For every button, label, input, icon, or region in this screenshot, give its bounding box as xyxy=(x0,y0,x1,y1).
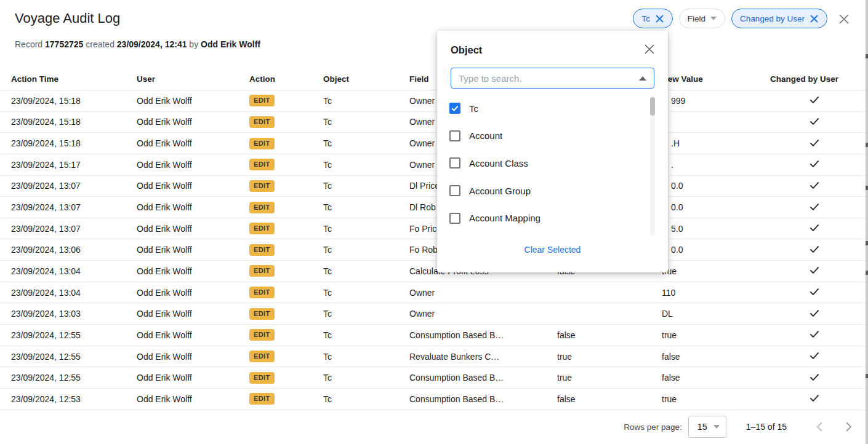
cell-new-value: false xyxy=(651,352,760,362)
edit-badge: EDIT xyxy=(249,393,275,405)
scrollbar-thumb[interactable] xyxy=(650,97,655,116)
cell-action-time: 23/09/2024, 13:07 xyxy=(0,202,126,212)
edit-badge: EDIT xyxy=(249,223,275,234)
collapse-arrow-icon[interactable] xyxy=(639,76,646,81)
cell-old-value: true xyxy=(546,352,651,362)
clear-selected-button[interactable]: Clear Selected xyxy=(437,245,668,255)
cell-changed-by-user xyxy=(760,115,868,129)
cell-object: Tc xyxy=(312,181,398,191)
cell-object: Tc xyxy=(312,96,398,106)
record-prefix: Record xyxy=(15,39,42,49)
chevron-down-icon[interactable] xyxy=(710,17,717,20)
edit-badge: EDIT xyxy=(249,329,275,341)
cell-action-time: 23/09/2024, 13:07 xyxy=(0,181,126,191)
cell-old-value: false xyxy=(546,330,651,340)
cell-changed-by-user xyxy=(760,221,868,236)
cell-user: Odd Erik Wolff xyxy=(126,288,238,298)
cell-changed-by-user xyxy=(760,93,868,108)
cell-action-time: 23/09/2024, 12:53 xyxy=(0,394,126,404)
cell-object: Tc xyxy=(312,245,398,255)
cell-action-time: 23/09/2024, 15:18 xyxy=(0,138,126,148)
cell-new-value: true xyxy=(651,394,760,404)
header-bar: Voyage Audit Log TcFieldChanged by User xyxy=(0,0,868,34)
cell-user: Odd Erik Wolff xyxy=(126,160,238,170)
cell-action: EDIT xyxy=(238,223,312,234)
cell-user: Odd Erik Wolff xyxy=(126,373,238,383)
dialog-close-icon[interactable] xyxy=(643,43,656,55)
checkmark-icon xyxy=(808,328,821,342)
cell-action: EDIT xyxy=(238,393,312,405)
pagination-bar: Rows per page: 15 1–15 of 15 xyxy=(0,410,868,444)
rows-per-page-select[interactable]: 15 xyxy=(688,416,726,438)
table-row: 23/09/2024, 15:18Odd Erik WolffEDITTcOwn… xyxy=(0,90,868,112)
cell-changed-by-user xyxy=(760,392,868,406)
voyage-audit-log-dialog: Voyage Audit Log TcFieldChanged by User … xyxy=(0,0,868,444)
edit-badge: EDIT xyxy=(249,244,275,256)
record-created-by: Odd Erik Wolff xyxy=(201,39,260,49)
cell-changed-by-user xyxy=(760,137,868,151)
cell-object: Tc xyxy=(312,288,398,298)
checkbox-unchecked[interactable] xyxy=(449,213,460,224)
cell-changed-by-user xyxy=(760,349,868,363)
table-header-row: Action TimeUserActionObjectFieldOld Valu… xyxy=(0,68,868,90)
checkmark-icon xyxy=(808,157,821,172)
cell-action: EDIT xyxy=(238,95,312,106)
close-icon[interactable] xyxy=(655,14,664,23)
object-option-account-mapping[interactable]: Account Mapping xyxy=(437,204,668,232)
checkmark-icon xyxy=(808,264,821,278)
checkbox-unchecked[interactable] xyxy=(449,157,460,168)
edit-badge: EDIT xyxy=(249,159,275,170)
edit-badge: EDIT xyxy=(249,95,275,106)
edit-badge: EDIT xyxy=(249,287,275,298)
option-label: Account Mapping xyxy=(469,213,540,223)
cell-field: Consumption Based B… xyxy=(398,394,546,404)
cell-changed-by-user xyxy=(760,371,868,385)
cell-action: EDIT xyxy=(238,329,312,341)
edit-badge: EDIT xyxy=(249,351,275,362)
edit-badge: EDIT xyxy=(249,372,275,384)
close-icon[interactable] xyxy=(837,12,851,26)
scrollbar[interactable] xyxy=(650,96,655,236)
table-row: 23/09/2024, 12:53Odd Erik WolffEDITTcCon… xyxy=(0,389,868,410)
cell-action: EDIT xyxy=(238,180,312,192)
checkbox-checked[interactable] xyxy=(449,103,460,114)
search-input[interactable] xyxy=(459,73,634,84)
object-option-account[interactable]: Account xyxy=(437,122,668,150)
column-header-user: User xyxy=(126,74,238,84)
filter-chip-changed-by-user[interactable]: Changed by User xyxy=(731,9,827,28)
cell-field: Owner xyxy=(398,288,546,298)
next-page-button[interactable] xyxy=(841,419,857,435)
chevron-down-icon xyxy=(713,425,720,429)
cell-new-value: 110 xyxy=(651,288,760,298)
column-header-changed-by-user: Changed by User xyxy=(760,74,868,84)
checkbox-unchecked[interactable] xyxy=(449,185,460,196)
cell-new-value: false xyxy=(651,373,760,383)
close-icon[interactable] xyxy=(810,14,819,23)
table-row: 23/09/2024, 15:18Odd Erik WolffEDITTcOwn… xyxy=(0,112,868,133)
cell-object: Tc xyxy=(312,373,398,383)
filter-chip-tc[interactable]: Tc xyxy=(633,9,673,28)
checkbox-unchecked[interactable] xyxy=(449,130,460,141)
object-filter-dialog: Object TcAccountAccount ClassAccount Gro… xyxy=(437,31,668,272)
checkmark-icon xyxy=(808,285,821,299)
edit-badge: EDIT xyxy=(249,202,275,213)
column-header-object: Object xyxy=(312,74,398,84)
edit-badge: EDIT xyxy=(249,180,275,192)
checkmark-icon xyxy=(808,307,821,321)
object-option-account-class[interactable]: Account Class xyxy=(437,149,668,177)
object-option-account-group[interactable]: Account Group xyxy=(437,177,668,205)
filter-chip-field[interactable]: Field xyxy=(679,9,725,28)
cell-new-value: DL xyxy=(651,309,760,319)
previous-page-button[interactable] xyxy=(811,419,827,435)
table-row: 23/09/2024, 15:17Odd Erik WolffEDITTcOwn… xyxy=(0,154,868,176)
cell-action-time: 23/09/2024, 13:06 xyxy=(0,245,126,255)
cell-action-time: 23/09/2024, 13:03 xyxy=(0,309,126,319)
checkmark-icon xyxy=(808,392,821,406)
table-row: 23/09/2024, 13:07Odd Erik WolffEDITTcDl … xyxy=(0,176,868,197)
record-created-at: 23/09/2024, 12:41 xyxy=(117,39,187,49)
cell-action: EDIT xyxy=(238,116,312,128)
object-option-tc[interactable]: Tc xyxy=(437,95,668,122)
cell-object: Tc xyxy=(312,138,398,148)
object-option-list: TcAccountAccount ClassAccount GroupAccou… xyxy=(437,95,668,237)
cell-action: EDIT xyxy=(238,287,312,298)
